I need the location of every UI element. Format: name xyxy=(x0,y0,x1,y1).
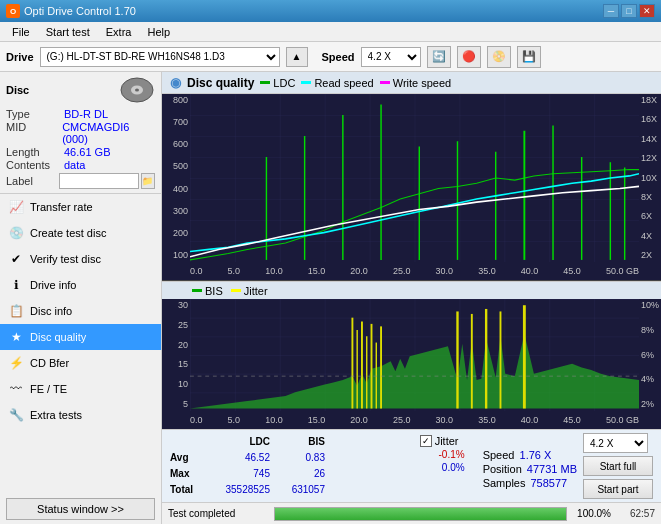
settings-button2[interactable]: 📀 xyxy=(487,46,511,68)
y-label-5: 5 xyxy=(162,400,190,409)
y-label-15: 15 xyxy=(162,360,190,369)
y-label-12x: 12X xyxy=(639,154,661,163)
x-label-5: 5.0 xyxy=(228,266,241,276)
sidebar-item-cd-bfer[interactable]: ⚡ CD Bfer xyxy=(0,350,161,376)
lx-label-15: 15.0 xyxy=(308,415,326,425)
x-label-50: 50.0 GB xyxy=(606,266,639,276)
sidebar-item-create-test-disc[interactable]: 💿 Create test disc xyxy=(0,220,161,246)
sidebar-item-verify-test-disc[interactable]: ✔ Verify test disc xyxy=(0,246,161,272)
disc-mid-label: MID xyxy=(6,121,62,145)
x-label-35: 35.0 xyxy=(478,266,496,276)
close-button[interactable]: ✕ xyxy=(639,4,655,18)
sidebar-item-fe-te[interactable]: 〰 FE / TE xyxy=(0,376,161,402)
lower-chart: 30 25 20 15 10 5 10% 8% 6% 4% 2% 0.0 xyxy=(162,299,661,429)
stats-avg-ldc: 46.52 xyxy=(225,452,280,463)
sidebar-item-transfer-rate[interactable]: 📈 Transfer rate xyxy=(0,194,161,220)
y-label-100: 100 xyxy=(162,251,190,260)
action-section: 4.2 X Start full Start part xyxy=(583,433,653,499)
upper-y-axis-right: 18X 16X 14X 12X 10X 8X 6X 4X 2X xyxy=(639,94,661,262)
jitter-checkbox[interactable]: ✓ xyxy=(420,435,432,447)
lower-chart-header: BIS Jitter xyxy=(162,281,661,299)
disc-length-value: 46.61 GB xyxy=(64,146,110,158)
disc-type-label: Type xyxy=(6,108,64,120)
refresh-button[interactable]: 🔄 xyxy=(427,46,451,68)
position-value: 47731 MB xyxy=(527,463,577,475)
sidebar-item-drive-info[interactable]: ℹ Drive info xyxy=(0,272,161,298)
y-label-16x: 16X xyxy=(639,115,661,124)
stats-total-row: Total 35528525 631057 xyxy=(170,481,420,497)
lx-label-45: 45.0 xyxy=(563,415,581,425)
disc-length-label: Length xyxy=(6,146,64,158)
speed-label: Speed xyxy=(483,449,515,461)
x-label-15: 15.0 xyxy=(308,266,326,276)
legend-ldc-label: LDC xyxy=(273,77,295,89)
stats-bar: LDC BIS Avg 46.52 0.83 Max 745 26 Total xyxy=(162,429,661,502)
menu-help[interactable]: Help xyxy=(139,24,178,40)
progress-bar xyxy=(274,507,567,521)
settings-button1[interactable]: 🔴 xyxy=(457,46,481,68)
menu-starttest[interactable]: Start test xyxy=(38,24,98,40)
nav-items: 📈 Transfer rate 💿 Create test disc ✔ Ver… xyxy=(0,194,161,494)
lower-chart-svg xyxy=(190,299,639,411)
minimize-button[interactable]: ─ xyxy=(603,4,619,18)
sidebar-item-fe-te-label: FE / TE xyxy=(30,383,67,395)
x-label-25: 25.0 xyxy=(393,266,411,276)
jitter-legend-dot xyxy=(231,289,241,292)
disc-label-input[interactable] xyxy=(59,173,139,189)
jitter-section: ✓ Jitter -0.1% 0.0% xyxy=(420,435,475,473)
progress-area: Test completed 100.0% 62:57 xyxy=(162,502,661,524)
write-legend-dot xyxy=(380,81,390,84)
maximize-button[interactable]: □ xyxy=(621,4,637,18)
legend-read-label: Read speed xyxy=(314,77,373,89)
y-label-10pct: 10% xyxy=(639,301,661,310)
extra-tests-icon: 🔧 xyxy=(8,407,24,423)
start-full-button[interactable]: Start full xyxy=(583,456,653,476)
stats-total-ldc: 35528525 xyxy=(225,484,280,495)
save-button[interactable]: 💾 xyxy=(517,46,541,68)
x-label-30: 30.0 xyxy=(436,266,454,276)
disc-quality-icon: ★ xyxy=(8,329,24,345)
status-window-button[interactable]: Status window >> xyxy=(6,498,155,520)
x-label-0: 0.0 xyxy=(190,266,203,276)
sidebar-item-disc-info[interactable]: 📋 Disc info xyxy=(0,298,161,324)
disc-label-folder-button[interactable]: 📁 xyxy=(141,173,155,189)
y-label-20: 20 xyxy=(162,341,190,350)
chart-title: Disc quality xyxy=(187,76,254,90)
speed-select[interactable]: 4.2 X xyxy=(361,47,421,67)
lx-label-30: 30.0 xyxy=(436,415,454,425)
start-part-button[interactable]: Start part xyxy=(583,479,653,499)
drive-select[interactable]: (G:) HL-DT-ST BD-RE WH16NS48 1.D3 xyxy=(40,47,280,67)
drivebar: Drive (G:) HL-DT-ST BD-RE WH16NS48 1.D3 … xyxy=(0,42,661,72)
chart-container: 800 700 600 500 400 300 200 100 18X 16X … xyxy=(162,94,661,429)
disc-length-row: Length 46.61 GB xyxy=(6,146,155,158)
sidebar-item-disc-quality[interactable]: ★ Disc quality xyxy=(0,324,161,350)
titlebar-left: O Opti Drive Control 1.70 xyxy=(6,4,136,18)
drive-eject-button[interactable]: ▲ xyxy=(286,47,308,67)
y-label-700: 700 xyxy=(162,118,190,127)
stats-avg-label: Avg xyxy=(170,452,225,463)
y-label-8x: 8X xyxy=(639,193,661,202)
drive-info-icon: ℹ xyxy=(8,277,24,293)
stats-max-ldc: 745 xyxy=(225,468,280,479)
sidebar-item-verify-test-disc-label: Verify test disc xyxy=(30,253,101,265)
upper-chart-svg xyxy=(190,94,639,262)
jitter-max-value: 0.0% xyxy=(420,462,475,473)
y-label-14x: 14X xyxy=(639,135,661,144)
disc-label-label: Label xyxy=(6,175,57,187)
position-label: Position xyxy=(483,463,522,475)
upper-chart-plot xyxy=(190,94,639,262)
progress-bar-fill xyxy=(275,508,566,520)
menu-file[interactable]: File xyxy=(4,24,38,40)
titlebar-buttons: ─ □ ✕ xyxy=(603,4,655,18)
lx-label-0: 0.0 xyxy=(190,415,203,425)
y-label-18x: 18X xyxy=(639,96,661,105)
speed-action-select[interactable]: 4.2 X xyxy=(583,433,648,453)
y-label-10x: 10X xyxy=(639,174,661,183)
upper-y-axis-left: 800 700 600 500 400 300 200 100 xyxy=(162,94,190,262)
svg-point-2 xyxy=(135,89,139,92)
sidebar-item-extra-tests[interactable]: 🔧 Extra tests xyxy=(0,402,161,428)
stats-max-label: Max xyxy=(170,468,225,479)
status-text: Test completed xyxy=(168,508,268,519)
menu-extra[interactable]: Extra xyxy=(98,24,140,40)
legend-jitter-label: Jitter xyxy=(244,285,268,297)
